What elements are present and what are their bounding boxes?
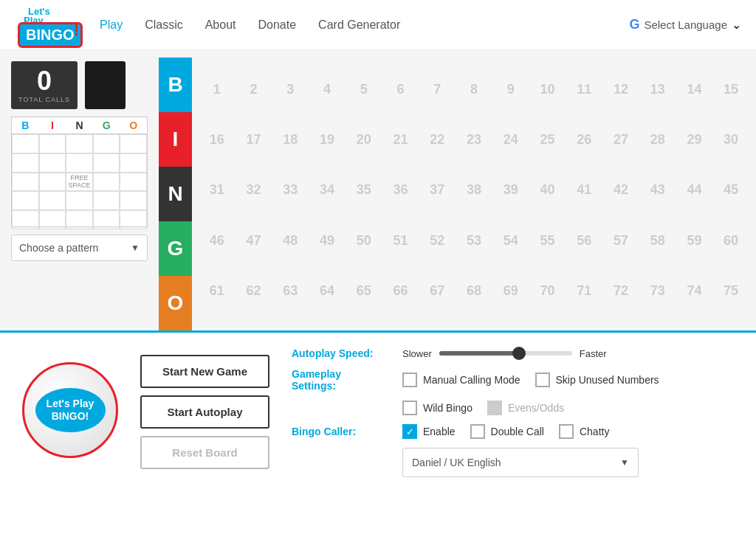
number-cell[interactable]: 64 [309,267,345,316]
number-cell[interactable]: 52 [419,216,455,265]
skip-unused-checkbox[interactable] [535,373,550,387]
nav-play[interactable]: Play [100,18,123,32]
number-cell[interactable]: 56 [566,216,602,265]
number-cell[interactable]: 74 [677,267,712,316]
number-cell[interactable]: 65 [346,267,382,316]
number-cell[interactable]: 29 [677,115,712,164]
number-cell[interactable]: 19 [309,115,345,164]
number-cell[interactable]: 57 [603,216,639,265]
start-new-game-button[interactable]: Start New Game [140,355,269,388]
number-cell[interactable]: 5 [346,65,382,114]
language-selector[interactable]: G Select Language ⌄ [629,17,741,32]
logo[interactable]: Let's Play BINGO ! [15,4,78,45]
reset-board-button[interactable]: Reset Board [140,436,269,469]
number-cell[interactable]: 21 [383,115,419,164]
number-cell[interactable]: 22 [419,115,455,164]
number-cell[interactable]: 45 [713,166,749,215]
number-cell[interactable]: 26 [566,115,602,164]
wild-bingo-checkbox[interactable] [402,401,417,415]
number-cell[interactable]: 23 [456,115,492,164]
number-cell[interactable]: 7 [419,65,455,114]
number-cell[interactable]: 75 [713,267,749,316]
number-cell[interactable]: 4 [309,65,345,114]
bingo-grid: FREESPACE [12,134,147,229]
manual-calling-checkbox[interactable] [402,373,417,387]
number-cell[interactable]: 27 [603,115,639,164]
number-cell[interactable]: 59 [677,216,712,265]
number-cell[interactable]: 10 [530,65,566,114]
double-call-label: Double Call [491,426,544,437]
number-cell[interactable]: 31 [199,166,235,215]
number-cell[interactable]: 15 [713,65,749,114]
nav-classic[interactable]: Classic [145,18,183,32]
number-cell[interactable]: 25 [530,115,566,164]
nav-about[interactable]: About [205,18,236,32]
number-cell[interactable]: 36 [383,166,419,215]
number-cell[interactable]: 58 [640,216,676,265]
number-cell[interactable]: 41 [566,166,602,215]
number-cell[interactable]: 47 [236,216,272,265]
number-cell[interactable]: 20 [346,115,382,164]
number-cell[interactable]: 37 [419,166,455,215]
number-cell[interactable]: 39 [493,166,529,215]
enable-caller-checkbox[interactable] [402,424,417,439]
number-cell[interactable]: 12 [603,65,639,114]
letter-g: G [159,221,192,276]
number-cell[interactable]: 16 [199,115,235,164]
number-cell[interactable]: 69 [493,267,529,316]
bingo-cell [93,134,120,153]
number-cell[interactable]: 6 [383,65,419,114]
number-cell[interactable]: 51 [383,216,419,265]
number-cell[interactable]: 44 [677,166,712,215]
number-cell[interactable]: 49 [309,216,345,265]
number-cell[interactable]: 72 [603,267,639,316]
number-cell[interactable]: 50 [346,216,382,265]
number-cell[interactable]: 55 [530,216,566,265]
number-cell[interactable]: 30 [713,115,749,164]
number-cell[interactable]: 24 [493,115,529,164]
number-cell[interactable]: 11 [566,65,602,114]
number-cell[interactable]: 43 [640,166,676,215]
number-cell[interactable]: 34 [309,166,345,215]
number-cell[interactable]: 35 [346,166,382,215]
number-cell[interactable]: 14 [677,65,712,114]
start-autoplay-button[interactable]: Start Autoplay [140,395,269,429]
caller-chevron-icon: ▼ [620,457,629,468]
pattern-selector[interactable]: Choose a pattern ▼ [11,235,148,261]
number-cell[interactable]: 18 [272,115,308,164]
number-cell[interactable]: 42 [603,166,639,215]
number-cell[interactable]: 71 [566,267,602,316]
nav-donate[interactable]: Donate [258,18,297,32]
nav-card-generator[interactable]: Card Generator [318,18,400,32]
number-cell[interactable]: 68 [456,267,492,316]
double-call-checkbox[interactable] [470,424,485,439]
caller-dropdown[interactable]: Daniel / UK English ▼ [402,448,639,477]
number-cell[interactable]: 13 [640,65,676,114]
number-cell[interactable]: 66 [383,267,419,316]
number-cell[interactable]: 28 [640,115,676,164]
number-cell[interactable]: 8 [456,65,492,114]
number-cell[interactable]: 33 [272,166,308,215]
number-cell[interactable]: 61 [199,267,235,316]
number-cell[interactable]: 73 [640,267,676,316]
number-cell[interactable]: 63 [272,267,308,316]
number-cell[interactable]: 70 [530,267,566,316]
number-cell[interactable]: 32 [236,166,272,215]
number-cell[interactable]: 48 [272,216,308,265]
number-cell[interactable]: 46 [199,216,235,265]
number-cell[interactable]: 53 [456,216,492,265]
number-cell[interactable]: 17 [236,115,272,164]
number-cell[interactable]: 60 [713,216,749,265]
speed-track[interactable] [439,351,572,356]
chatty-checkbox[interactable] [559,424,574,439]
number-cell[interactable]: 38 [456,166,492,215]
number-cell[interactable]: 1 [199,65,235,114]
number-cell[interactable]: 3 [272,65,308,114]
number-cell[interactable]: 67 [419,267,455,316]
number-cell[interactable]: 40 [530,166,566,215]
number-cell[interactable]: 62 [236,267,272,316]
number-cell[interactable]: 2 [236,65,272,114]
number-cell[interactable]: 9 [493,65,529,114]
number-cell[interactable]: 54 [493,216,529,265]
speed-thumb[interactable] [512,347,526,360]
